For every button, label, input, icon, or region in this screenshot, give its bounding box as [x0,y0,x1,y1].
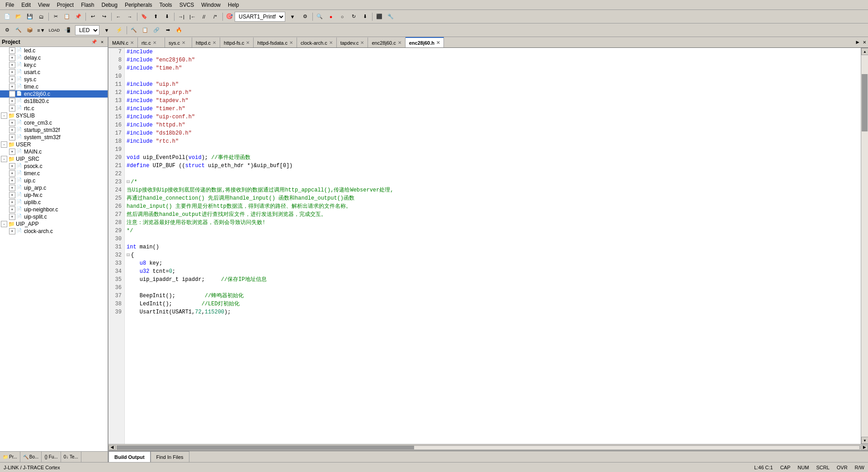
target-options-btn[interactable]: ▼ [287,11,298,22]
tb2-btn2[interactable]: 🔨 [13,25,24,36]
tree-item[interactable]: +📄uiplib.c [0,199,108,206]
tree-item[interactable]: +📄usart.c [0,69,108,76]
tree-expand-icon[interactable]: + [9,62,15,68]
bookmark-btn[interactable]: 🔖 [139,11,150,22]
tree-expand-icon[interactable]: + [9,105,15,112]
target2-dropdown[interactable]: LED [75,25,99,35]
menu-debug[interactable]: Debug [98,1,121,9]
download-btn[interactable]: ⬇ [359,11,370,22]
indent-btn[interactable]: →| [176,11,187,22]
tree-item[interactable]: +📄clock-arch.c [0,228,108,235]
tree-expand-icon[interactable]: + [9,55,15,61]
tb2-btn5[interactable]: 📲 [62,25,73,36]
tab-close-btn[interactable]: ✕ [436,40,440,45]
tree-expand-icon[interactable]: + [9,214,15,220]
menu-peripherals[interactable]: Peripherals [121,1,156,9]
footer-tab[interactable]: Find In Files [151,451,189,462]
tree-item[interactable]: +📄timer.c [0,170,108,177]
tree-expand-icon[interactable]: + [9,192,15,198]
nav-back-btn[interactable]: ← [113,11,124,22]
h-scroll-track[interactable] [117,445,860,450]
scroll-track[interactable] [861,55,868,437]
tree-expand-icon[interactable]: - [1,112,7,119]
cut-btn[interactable]: ✂ [50,11,61,22]
editor-tab[interactable]: httpd-fsdata.c✕ [254,37,297,47]
tree-expand-icon[interactable]: + [9,84,15,90]
tab-close-btn[interactable]: ✕ [212,40,216,45]
tab-scroll-right-btn[interactable]: ▶ [854,37,861,47]
tab-close-btn[interactable]: ✕ [182,40,185,45]
unindent-btn[interactable]: |← [187,11,198,22]
menu-flash[interactable]: Flash [77,1,98,9]
menu-help[interactable]: Help [224,1,243,9]
tab-close-btn[interactable]: ✕ [246,40,250,45]
editor-tab[interactable]: tapdev.c✕ [337,37,368,47]
tree-item[interactable]: +📄system_stm32f [0,134,108,141]
vertical-scrollbar[interactable]: ▲ ▼ [861,48,868,444]
menu-window[interactable]: Window [198,1,224,9]
tree-item[interactable]: +📄enc28j60.c [0,90,108,98]
tab-close-btn[interactable]: ✕ [153,40,156,45]
tree-expand-icon[interactable]: + [9,127,15,133]
settings-btn[interactable]: 🔧 [385,11,396,22]
copy-btn[interactable]: 📋 [61,11,72,22]
tab-close-btn[interactable]: ✕ [289,40,293,45]
project-close-icon[interactable]: ✕ [99,38,106,46]
nav-fwd-btn[interactable]: → [124,11,135,22]
tb2-btn4[interactable]: LOAD [47,25,61,36]
tree-expand-icon[interactable]: + [9,76,15,83]
target-dropdown[interactable]: USART1_Printf [235,12,285,22]
tree-item[interactable]: -📁UIP_SRC [0,155,108,163]
target2-options-btn[interactable]: ▼ [101,25,112,36]
tree-item[interactable]: +📄startup_stm32f [0,126,108,134]
tree-item[interactable]: +📄uip-split.c [0,213,108,220]
open-btn[interactable]: 📂 [13,11,24,22]
tree-expand-icon[interactable]: + [9,98,15,104]
prev-bookmark-btn[interactable]: ⬆ [150,11,161,22]
new-file-btn[interactable]: 📄 [2,11,13,22]
save-all-btn[interactable]: 🗂 [36,11,47,22]
tree-expand-icon[interactable]: + [9,69,15,75]
tree-item[interactable]: +📄uip_arp.c [0,184,108,192]
tb2-build4[interactable]: ➡ [162,25,173,36]
editor-tab[interactable]: httpd.c✕ [192,37,220,47]
tree-expand-icon[interactable]: - [1,156,7,162]
h-scroll-thumb[interactable] [117,446,414,449]
tb2-build3[interactable]: 🔗 [151,25,162,36]
scroll-down-btn[interactable]: ▼ [861,437,868,444]
tab-close-btn[interactable]: ✕ [130,40,134,45]
search-btn[interactable]: 🔍 [314,11,325,22]
stop-btn[interactable]: ○ [337,11,348,22]
menu-file[interactable]: File [2,1,18,9]
editor-tab[interactable]: rtc.c✕ [138,37,165,47]
code-content[interactable]: #include #include "enc28j60.h"#include "… [125,48,861,444]
editor-tab[interactable]: sys.c✕ [165,37,192,47]
uncomment-btn[interactable]: /* [210,11,221,22]
tab-close-all-btn[interactable]: ✕ [861,37,868,47]
tree-item[interactable]: +📄uip-fw.c [0,192,108,199]
paste-btn[interactable]: 📌 [73,11,84,22]
tb2-btn3[interactable]: 📦 [24,25,35,36]
tb2-build5[interactable]: 🔥 [174,25,184,36]
tree-expand-icon[interactable]: + [9,134,15,140]
tree-expand-icon[interactable]: + [9,170,15,177]
window-btn[interactable]: ⬛ [374,11,385,22]
side-tab-templates[interactable]: 0↓ Te... [61,452,81,462]
tree-expand-icon[interactable]: + [9,91,15,97]
save-btn[interactable]: 💾 [24,11,35,22]
tree-expand-icon[interactable]: + [9,228,15,234]
tree-item[interactable]: -📁SYSLIB [0,112,108,119]
comment-btn[interactable]: // [198,11,209,22]
undo-btn[interactable]: ↩ [87,11,98,22]
next-bookmark-btn[interactable]: ⬇ [161,11,172,22]
tree-expand-icon[interactable]: + [9,149,15,155]
horizontal-scrollbar[interactable]: ◄ ► [108,444,868,450]
tab-close-btn[interactable]: ✕ [398,40,401,45]
tree-expand-icon[interactable]: + [9,199,15,206]
side-tab-functions[interactable]: {} Fu... [42,452,61,462]
tree-expand-icon[interactable]: + [9,206,15,213]
target2-manage-btn[interactable]: ⚡ [114,25,125,36]
menu-view[interactable]: View [34,1,53,9]
tab-close-btn[interactable]: ✕ [329,40,333,45]
target-manage-btn[interactable]: ⚙ [300,11,311,22]
